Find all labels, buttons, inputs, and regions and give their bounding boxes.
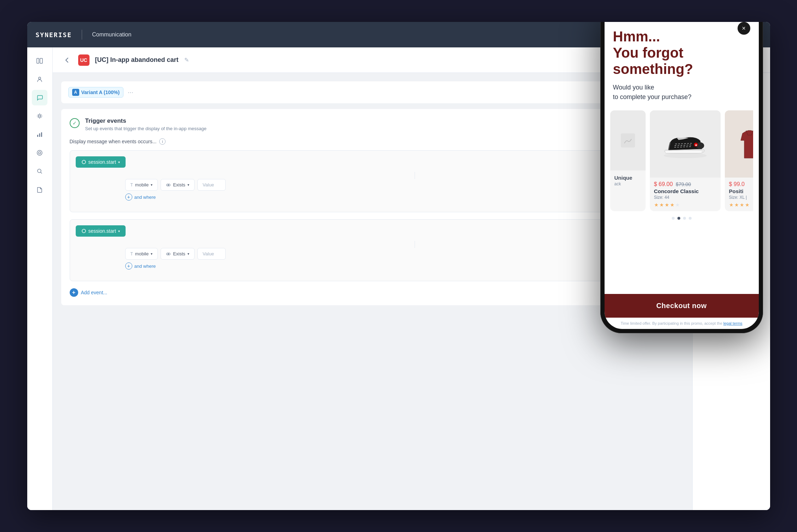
product-img-placeholder-3 <box>725 110 753 178</box>
filter-arrow-1: ▾ <box>151 183 152 187</box>
filter-type-dropdown-2[interactable]: T mobile ▾ <box>125 248 158 260</box>
product-card-2: ★ $ 69.00 $79.00 Concorde Cla <box>650 110 721 211</box>
star-3: ★ <box>665 202 669 208</box>
legal-text: Time limited offer. By participating in … <box>605 318 759 329</box>
phone-screen: × Hmm...You forgotsomething? Would you l… <box>605 22 759 329</box>
product-price-2: $ 69.00 $79.00 <box>654 181 716 187</box>
info-icon[interactable]: i <box>159 138 166 145</box>
and-where-plus-icon-2: + <box>125 262 132 270</box>
svg-point-8 <box>39 77 41 79</box>
svg-rect-12 <box>41 132 42 137</box>
star-5: ★ <box>675 202 680 208</box>
app-window: SYNERISE Communication Profile name (#) … <box>27 22 770 510</box>
variant-badge: A Variant A (100%) <box>68 87 124 98</box>
svg-point-16 <box>82 160 86 164</box>
phone-headline: Hmm...You forgotsomething? <box>613 28 750 77</box>
phone-subtext: Would you liketo complete your purchase? <box>613 83 750 102</box>
product-name-1: Unique <box>614 175 641 181</box>
product-name-2: Concorde Classic <box>654 188 716 194</box>
svg-rect-10 <box>37 135 38 137</box>
sidebar-item-search[interactable] <box>32 163 47 179</box>
star-p3-1: ★ <box>729 202 734 208</box>
svg-rect-27 <box>665 151 701 153</box>
product-card-1: Unique ack <box>610 110 646 211</box>
dot-3[interactable] <box>683 217 686 220</box>
sidebar-item-communication[interactable] <box>32 90 47 105</box>
nav-divider <box>82 30 82 40</box>
star-1: ★ <box>654 202 659 208</box>
svg-point-14 <box>39 152 41 154</box>
svg-rect-11 <box>39 133 40 137</box>
svg-rect-22 <box>621 133 635 148</box>
product-info-3: $ 99.0 Positi Size: XL | ★ ★ ★ ★ <box>725 178 753 211</box>
dot-1[interactable] <box>672 217 675 220</box>
sidebar-item-automation[interactable] <box>32 108 47 124</box>
filter-arrow-4: ▾ <box>187 252 189 256</box>
sidebar-item-segments[interactable] <box>32 145 47 161</box>
product-carousel: Unique ack <box>610 110 753 211</box>
svg-text:★: ★ <box>695 144 698 147</box>
sidebar <box>27 47 53 510</box>
svg-point-21 <box>168 253 170 255</box>
trigger-description: Set up events that trigger the display o… <box>85 126 207 131</box>
event-dropdown-arrow-2: ▾ <box>118 229 120 233</box>
price-current-2: $ 69.00 <box>654 181 673 187</box>
back-button[interactable] <box>61 54 73 66</box>
product-stars-3: ★ ★ ★ ★ <box>729 202 753 208</box>
dot-4[interactable] <box>689 217 692 220</box>
product-img-placeholder-1 <box>610 110 646 170</box>
edit-title-icon[interactable]: ✎ <box>184 57 189 63</box>
sidebar-item-people[interactable] <box>32 71 47 87</box>
page-title: [UC] In-app abandoned cart <box>95 56 179 64</box>
checkout-button[interactable]: Checkout now <box>605 294 759 318</box>
svg-point-19 <box>82 229 86 233</box>
product-info-2: $ 69.00 $79.00 Concorde Classic Size: 44… <box>650 178 721 211</box>
product-card-3: $ 99.0 Positi Size: XL | ★ ★ ★ ★ <box>725 110 753 211</box>
product-image-2: ★ <box>650 110 721 178</box>
product-image-3 <box>725 110 753 178</box>
logo: SYNERISE <box>36 31 72 39</box>
svg-point-13 <box>37 150 42 155</box>
legal-link[interactable]: legal terms <box>723 321 743 325</box>
page-icon: UC <box>78 54 89 66</box>
product-detail-2: Size: 44 <box>654 195 716 200</box>
product-detail-3: Size: XL | <box>729 195 753 200</box>
svg-rect-7 <box>40 58 42 63</box>
product-name-3: Positi <box>729 188 753 194</box>
star-p3-2: ★ <box>734 202 739 208</box>
sidebar-item-files[interactable] <box>32 182 47 197</box>
star-p3-3: ★ <box>740 202 744 208</box>
filter-arrow-3: ▾ <box>151 252 152 256</box>
filter-type-dropdown-1[interactable]: T mobile ▾ <box>125 179 158 191</box>
svg-point-23 <box>664 153 707 158</box>
close-button[interactable]: × <box>738 22 750 35</box>
event-pill-1[interactable]: session.start ▾ <box>76 156 126 168</box>
filter-arrow-2: ▾ <box>187 183 189 187</box>
dot-2[interactable] <box>677 217 680 220</box>
phone-content: × Hmm...You forgotsomething? Would you l… <box>605 22 759 294</box>
trigger-title: Trigger events <box>85 117 207 125</box>
and-where-plus-icon-1: + <box>125 193 132 201</box>
price-current-3: $ 99.0 <box>729 181 745 187</box>
variant-more-icon[interactable]: ⋯ <box>128 89 133 96</box>
filter-value-input-2[interactable]: Value <box>197 248 226 260</box>
price-old-2: $79.00 <box>676 181 691 187</box>
trigger-check-icon: ✓ <box>70 118 80 128</box>
add-event-plus-icon: + <box>70 288 78 297</box>
product-stars-2: ★ ★ ★ ★ ★ <box>654 202 716 208</box>
filter-value-input-1[interactable]: Value <box>197 179 226 191</box>
event-pill-2[interactable]: session.start ▾ <box>76 225 126 237</box>
svg-point-18 <box>168 184 170 186</box>
filter-condition-dropdown-2[interactable]: Exists ▾ <box>161 248 195 260</box>
filter-condition-dropdown-1[interactable]: Exists ▾ <box>161 179 195 191</box>
product-price-3: $ 99.0 <box>729 181 753 187</box>
phone-overlay: × Hmm...You forgotsomething? Would you l… <box>600 22 770 362</box>
carousel-dots <box>613 217 750 220</box>
sidebar-item-analytics[interactable] <box>32 127 47 142</box>
sidebar-icon-collapse[interactable] <box>32 53 47 69</box>
star-4: ★ <box>670 202 675 208</box>
svg-point-9 <box>39 115 41 117</box>
variant-letter: A <box>72 89 79 96</box>
star-p3-4: ★ <box>745 202 750 208</box>
phone-frame: × Hmm...You forgotsomething? Would you l… <box>600 22 763 333</box>
